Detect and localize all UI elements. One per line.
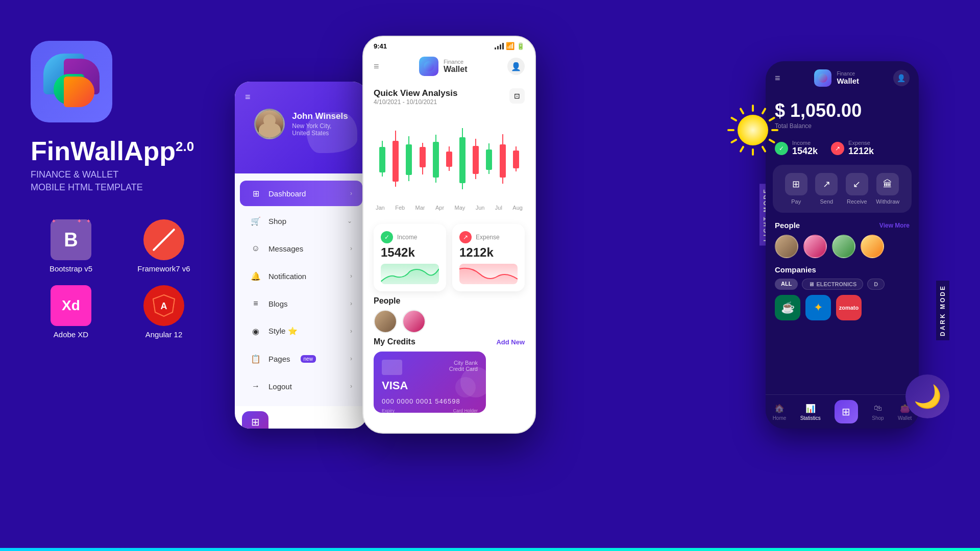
person-dark-2[interactable] xyxy=(803,235,827,258)
candle-11 xyxy=(513,146,519,171)
bottom-bar xyxy=(0,548,980,551)
wallet-label-dark: Wallet xyxy=(898,415,912,421)
brand-logo-center: Finance Wallet xyxy=(419,57,468,76)
body-11 xyxy=(513,151,519,168)
expense-dark: ↗ Expense 1212k xyxy=(831,140,874,157)
menu-item-logout[interactable]: → Logout › xyxy=(240,373,362,399)
chart-expand-btn[interactable]: ⊡ xyxy=(509,88,525,104)
signal-bar-3 xyxy=(500,44,501,49)
brand-main-center: Wallet xyxy=(444,65,468,74)
month-jul: Jul xyxy=(495,205,502,211)
phone-center-header: ≡ Finance Wallet xyxy=(363,53,535,80)
framework7-icon xyxy=(143,219,184,260)
walmart-dark[interactable]: ✦ xyxy=(805,295,831,320)
brand-text-right: Finance Wallet xyxy=(837,71,859,85)
svg-text:A: A xyxy=(161,301,167,311)
menu-item-messages[interactable]: ☺ Messages › xyxy=(240,236,362,261)
brand-main-right: Wallet xyxy=(837,77,859,85)
body-8 xyxy=(473,146,479,174)
person-center-1[interactable] xyxy=(374,310,397,333)
menu-item-notification[interactable]: 🔔 Notification › xyxy=(240,263,362,289)
send-btn-dark[interactable]: ↗ Send xyxy=(815,173,838,205)
wick-top-3 xyxy=(408,136,409,144)
expense-label: Expense xyxy=(476,234,500,241)
wifi-icon: 📶 xyxy=(506,42,514,50)
wick-top-4 xyxy=(422,143,423,147)
menu-item-pages[interactable]: 📋 Pages new › xyxy=(240,346,362,371)
add-new-link[interactable]: Add New xyxy=(496,338,525,346)
view-more-dark[interactable]: View More xyxy=(879,222,910,229)
profile-btn-center[interactable]: 👤 xyxy=(507,58,525,75)
hamburger-center[interactable]: ≡ xyxy=(374,61,379,72)
menu-item-blogs[interactable]: ≡ Blogs › xyxy=(240,291,362,316)
menu-label-dashboard: Dashboard xyxy=(268,189,306,198)
menu-item-style[interactable]: ◉ Style ⭐ › xyxy=(240,318,362,344)
hamburger-right[interactable]: ≡ xyxy=(775,73,780,84)
withdraw-btn-dark[interactable]: 🏛 Withdraw xyxy=(876,173,899,205)
income-expense-row-dark: ✓ Income 1542k ↗ Expense 1212k xyxy=(766,140,919,157)
income-card-header: ✓ Income xyxy=(381,231,439,243)
my-credits-title: My Credits xyxy=(374,337,415,346)
card-footer: Expiry 09/023 Card Holder Maxartkiller xyxy=(382,408,478,413)
filter-all-dark[interactable]: ALL xyxy=(775,279,798,290)
brand-text-center: Finance Wallet xyxy=(444,59,468,74)
adobexd-label: Adobe XD xyxy=(54,330,88,339)
card-bank-name: City Bank xyxy=(449,360,478,366)
profile-btn-right[interactable]: 👤 xyxy=(893,70,910,86)
zomato-dark[interactable]: zomato xyxy=(836,295,862,320)
people-section-dark: People View More xyxy=(766,221,919,258)
body-5 xyxy=(433,142,439,178)
svg-rect-12 xyxy=(739,145,744,153)
candle-10 xyxy=(500,134,506,184)
person-dark-1[interactable] xyxy=(775,235,798,258)
filter-electronics-dark[interactable]: 🖥 ELECTRONICS xyxy=(802,279,863,290)
wick-bot-9 xyxy=(488,170,489,174)
expense-value-dark: 1212k xyxy=(848,146,874,157)
withdraw-icon-dark: 🏛 xyxy=(876,173,899,195)
wick-top-2 xyxy=(395,131,396,141)
candle-2 xyxy=(393,131,399,187)
chevron-icon-pages: › xyxy=(350,355,352,362)
card-circle-2 xyxy=(455,377,476,397)
body-7 xyxy=(459,137,465,183)
nav-home-dark[interactable]: 🏠 Home xyxy=(773,403,787,421)
candle-9 xyxy=(486,143,492,174)
logout-icon: → xyxy=(250,381,261,392)
sun-decoration xyxy=(725,102,781,158)
nav-stats-dark[interactable]: 📊 Statistics xyxy=(800,403,821,421)
menu-item-dashboard[interactable]: ⊞ Dashboard › xyxy=(240,181,362,206)
nav-shop-dark[interactable]: 🛍 Shop xyxy=(872,403,884,421)
person-dark-3[interactable] xyxy=(832,235,855,258)
tech-angular: A Angular 12 xyxy=(124,285,204,339)
pay-icon: ⊞ xyxy=(251,416,260,428)
menu-label-pages: Pages xyxy=(268,355,290,363)
people-title-center: People xyxy=(374,296,400,306)
receive-btn-dark[interactable]: ↙ Receive xyxy=(846,173,868,205)
pay-btn-dark[interactable]: ⊞ Pay xyxy=(785,173,807,205)
menu-item-shop[interactable]: 🛒 Shop ⌄ xyxy=(240,208,362,234)
status-icons: 📶 🔋 xyxy=(495,42,525,50)
brand-logo-right: Finance Wallet xyxy=(814,69,859,87)
month-feb: Feb xyxy=(395,205,405,211)
dark-mode-label: DARK MODE xyxy=(936,281,949,340)
hamburger-icon[interactable]: ≡ xyxy=(245,92,251,103)
starbucks-dark[interactable]: ☕ xyxy=(775,295,800,320)
svg-rect-13 xyxy=(730,138,738,143)
app-name-text: FinWallApp xyxy=(31,136,176,166)
income-card: ✓ Income 1542k xyxy=(374,224,446,291)
svg-rect-7 xyxy=(768,116,775,121)
nav-apps-dark[interactable]: ⊞ xyxy=(835,400,858,423)
filter-more-dark[interactable]: D xyxy=(867,279,885,290)
pay-btn-left[interactable]: ⊞ Pay xyxy=(242,411,268,429)
person-dark-4[interactable] xyxy=(861,235,884,258)
chevron-icon-blogs: › xyxy=(350,300,352,307)
menu-label-notification: Notification xyxy=(268,272,306,281)
messages-icon: ☺ xyxy=(250,243,261,254)
chevron-icon-logout: › xyxy=(350,383,352,390)
angular-label: Angular 12 xyxy=(145,330,183,339)
phone-center: 9:41 📶 🔋 ≡ xyxy=(362,36,536,434)
wick-top-10 xyxy=(502,134,503,144)
person-center-2[interactable] xyxy=(402,310,426,333)
left-section: FinWallApp2.0 FINANCE & WALLET MOBILE HT… xyxy=(31,41,225,339)
body-4 xyxy=(420,147,426,167)
